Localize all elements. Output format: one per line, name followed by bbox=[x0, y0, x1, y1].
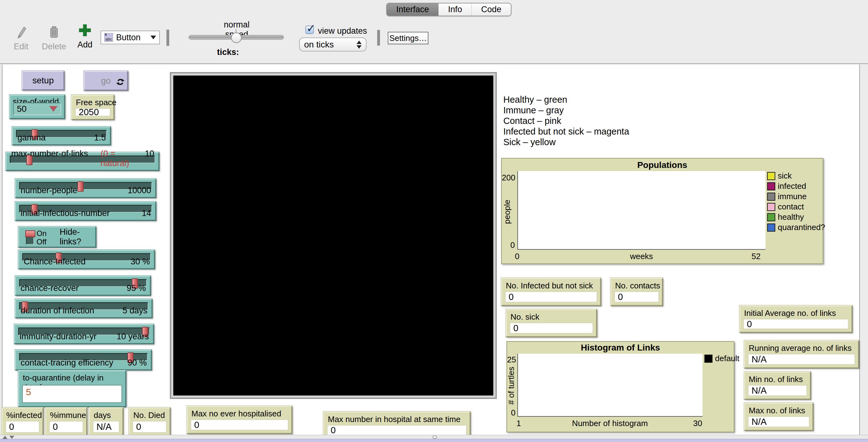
check-icon: ✓ bbox=[306, 22, 316, 35]
bottom-strip bbox=[0, 439, 868, 442]
legend-item: quarantined? bbox=[767, 223, 825, 232]
monitor-no-died: No. Died 0 bbox=[129, 407, 170, 436]
go-button[interactable]: go bbox=[84, 71, 128, 91]
dropdown-arrow-icon bbox=[151, 36, 156, 39]
histogram-xlabel: Number of histogram bbox=[517, 419, 703, 428]
tab-interface[interactable]: Interface bbox=[387, 3, 438, 15]
legend-item: default bbox=[704, 354, 739, 364]
monitor-no-infected-not-sick: No. Infected but not sick 0 bbox=[501, 278, 601, 306]
monitor-min-links: Min no. of links N/A bbox=[744, 372, 811, 400]
legend-swatch bbox=[767, 223, 775, 232]
size-of-world-chooser[interactable]: size-of-world 50 bbox=[9, 95, 65, 119]
legend-swatch bbox=[767, 213, 775, 221]
populations-plot: Populations 200 0 people 0 weeks 52 sick… bbox=[501, 158, 823, 264]
slider-number-people: number-people10000 bbox=[15, 179, 156, 198]
slider-contact-tracing-efficiency: contact-tracing efficiency90 % bbox=[15, 350, 152, 370]
input-field[interactable]: 5 bbox=[22, 385, 122, 403]
monitor-days: days N/A bbox=[89, 407, 123, 436]
view-updates-label: view updates bbox=[318, 26, 367, 36]
world-view[interactable] bbox=[170, 72, 496, 399]
chooser-value[interactable]: 50 bbox=[13, 103, 61, 115]
edit-button[interactable]: Edit bbox=[9, 26, 33, 52]
delete-button[interactable]: Delete bbox=[40, 26, 68, 52]
histogram-plot-area bbox=[517, 354, 703, 417]
histogram-of-links-plot: Histogram of Links 25 0 # of turtles 1 N… bbox=[506, 341, 734, 432]
legend-item: immune bbox=[767, 192, 806, 201]
monitor-initial-avg-links: Initial Average no. of links 0 bbox=[739, 305, 852, 333]
slider-duration-of-infection: duration of infection5 days bbox=[15, 299, 152, 318]
speed-slider-thumb[interactable] bbox=[231, 32, 242, 43]
toolbar: Interface Info Code Edit Delete Add abc … bbox=[0, 0, 868, 64]
populations-ylabel: people bbox=[502, 199, 512, 224]
monitor-max-links: Max no. of links N/A bbox=[744, 403, 813, 431]
trash-icon bbox=[49, 26, 59, 40]
tab-info[interactable]: Info bbox=[438, 3, 471, 15]
tab-bar: Interface Info Code bbox=[386, 3, 512, 16]
legend-swatch bbox=[704, 355, 713, 363]
legend-item: contact bbox=[767, 202, 804, 212]
toolbar-separator bbox=[166, 30, 169, 46]
switch-off-label: Off bbox=[36, 238, 46, 246]
slider-gamma: gamma1.5 bbox=[12, 126, 111, 145]
spinner-icon bbox=[356, 40, 362, 49]
chooser-arrow-icon bbox=[49, 106, 57, 112]
ticks-label: ticks: bbox=[217, 48, 239, 57]
monitor-pct-immune: %immune 0 bbox=[45, 407, 87, 436]
switch-groove[interactable] bbox=[26, 231, 34, 245]
slider-max-number-of-links: max-number-of-links(0 = natural)10 bbox=[6, 152, 159, 171]
legend-item: healthy bbox=[767, 212, 804, 222]
monitor-max-no-ever-hospitalised: Max no ever hospitalised 0 bbox=[187, 406, 292, 434]
tab-code[interactable]: Code bbox=[471, 3, 511, 15]
monitor-no-sick: No. sick 0 bbox=[506, 309, 597, 337]
scroll-down-icon[interactable] bbox=[9, 436, 14, 439]
plus-icon bbox=[79, 24, 91, 38]
slider-chance-recover: chance-recover95 % bbox=[15, 276, 151, 295]
slider-chance-infected: Chance-Infected30 % bbox=[18, 250, 155, 269]
switch-on-label: On bbox=[36, 229, 46, 238]
switch-label: Hide-links? bbox=[60, 227, 95, 247]
widget-type-dropdown[interactable]: abc Button bbox=[100, 31, 160, 44]
scroll-up-icon[interactable] bbox=[2, 436, 7, 439]
monitor-no-contacts: No. contacts 0 bbox=[611, 278, 663, 306]
slider-initial-infectious-number: initial-infectious-number14 bbox=[15, 201, 156, 221]
color-key-text: Healthy – green Immune – gray Contact – … bbox=[503, 94, 629, 147]
legend-item: infected bbox=[767, 181, 806, 191]
forever-icon bbox=[116, 78, 125, 88]
update-mode-dropdown[interactable]: on ticks bbox=[299, 37, 367, 52]
view-updates-checkbox[interactable]: ✓ bbox=[305, 26, 314, 34]
legend-item: sick bbox=[767, 171, 792, 181]
toolbar-separator bbox=[377, 30, 380, 45]
slider-immunity-duration-yr: immunity-duration-yr10 years bbox=[14, 324, 154, 344]
populations-xlabel: weeks bbox=[517, 252, 766, 261]
histogram-ylabel: # of turtles bbox=[506, 367, 516, 405]
monitor-free-space: Free space 2050 bbox=[71, 95, 114, 120]
populations-plot-area bbox=[517, 171, 766, 250]
to-quarantine-input: to-quarantine (delay in days} 5 bbox=[18, 370, 126, 407]
monitor-running-avg-links: Running average no. of links N/A bbox=[744, 340, 859, 368]
hide-links-switch[interactable]: On Off Hide-links? bbox=[18, 226, 96, 248]
setup-button[interactable]: setup bbox=[22, 71, 64, 90]
scrollbar-thumb[interactable] bbox=[432, 436, 437, 439]
legend-swatch bbox=[767, 172, 775, 180]
monitor-pct-infected: %infected 0 bbox=[2, 407, 43, 436]
legend-swatch bbox=[767, 182, 775, 190]
legend-swatch bbox=[767, 193, 775, 201]
pencil-icon bbox=[16, 26, 27, 40]
horizontal-scrollbar[interactable] bbox=[0, 435, 868, 439]
switch-knob[interactable] bbox=[25, 230, 35, 237]
add-button[interactable]: Add bbox=[75, 24, 94, 50]
legend-swatch bbox=[767, 203, 775, 211]
abc-widget-icon: abc bbox=[104, 33, 113, 42]
settings-button[interactable]: Settings… bbox=[388, 32, 428, 44]
